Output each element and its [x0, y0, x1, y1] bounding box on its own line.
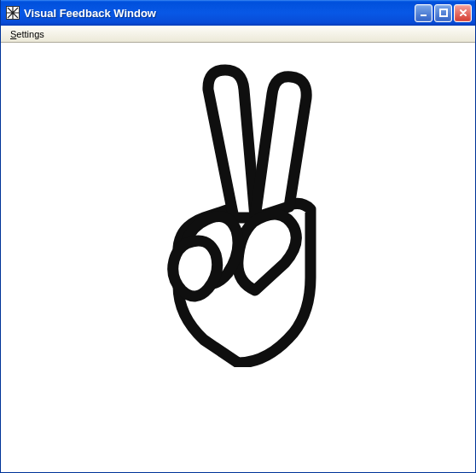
svg-rect-2	[440, 9, 447, 16]
peace-sign-hand-icon	[127, 60, 349, 367]
application-window: Visual Feedback Window Settings	[0, 0, 476, 473]
close-button[interactable]	[454, 4, 472, 22]
window-title: Visual Feedback Window	[24, 7, 415, 20]
menu-settings-rest: ettings	[16, 29, 44, 39]
menubar: Settings	[1, 26, 475, 43]
svg-rect-1	[421, 15, 427, 16]
app-icon	[6, 6, 20, 20]
client-area	[1, 43, 475, 472]
window-controls	[415, 4, 472, 22]
minimize-button[interactable]	[415, 4, 432, 22]
titlebar[interactable]: Visual Feedback Window	[1, 0, 475, 26]
maximize-button[interactable]	[434, 4, 452, 22]
menu-settings[interactable]: Settings	[4, 27, 50, 41]
